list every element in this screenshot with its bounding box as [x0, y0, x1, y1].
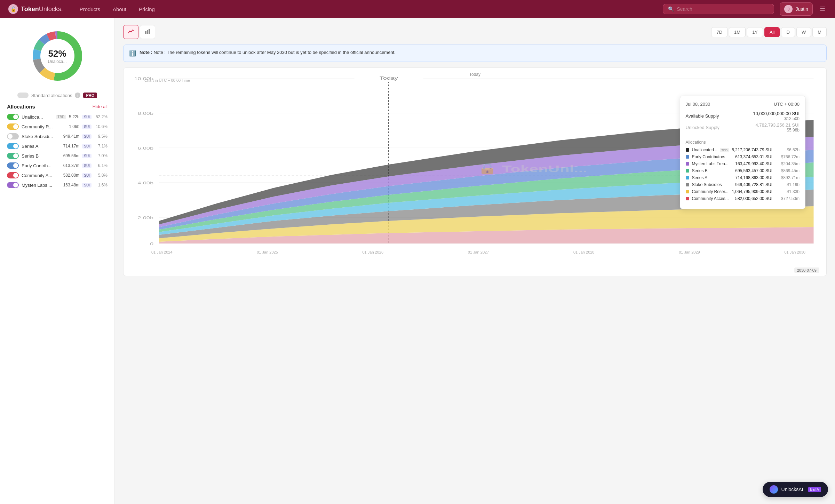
- alloc-pct-2: 9.5%: [94, 134, 108, 139]
- user-button[interactable]: J Justin: [780, 2, 813, 16]
- alloc-item-2: Stake Subsidi... 949.41m SUI 9.5%: [7, 133, 108, 139]
- tooltip-alloc-usd-0: $6.52b: [775, 147, 800, 152]
- alloc-toggle-2[interactable]: [7, 133, 19, 139]
- tooltip-alloc-color-1: [686, 155, 689, 159]
- alloc-amount-7: 163.48m: [63, 183, 80, 187]
- tooltip-alloc-name-4: Series A: [692, 175, 733, 180]
- nav-about[interactable]: About: [107, 4, 132, 14]
- x-label-1: 01 Jan 2025: [257, 250, 278, 254]
- tooltip-alloc-usd-7: $727.50m: [775, 196, 800, 201]
- tooltip-alloc-usd-6: $1.33b: [775, 189, 800, 194]
- alloc-name-2: Stake Subsidi...: [22, 134, 61, 139]
- tooltip-alloc-usd-4: $892.71m: [775, 175, 800, 180]
- alloc-pct-0: 52.2%: [94, 114, 108, 119]
- allocations-title: Allocations: [7, 104, 35, 110]
- tooltip-alloc-name-2: Mysten Labs Trea...: [692, 161, 733, 166]
- unlocked-supply-usd: $5.98b: [756, 128, 800, 133]
- main-content: 7D1M1YAllDWM ℹ️ Note : Note : The remain…: [115, 18, 835, 504]
- svg-text:8.00b: 8.00b: [138, 111, 153, 115]
- menu-icon[interactable]: ☰: [818, 4, 827, 14]
- search-bar[interactable]: 🔍: [663, 4, 774, 14]
- unlocks-ai-button[interactable]: UnlocksAI BETA: [763, 482, 828, 497]
- line-chart-button[interactable]: [123, 25, 138, 39]
- time-btn-d[interactable]: D: [781, 27, 795, 37]
- alloc-item-6: Community A... 582.00m SUI 5.8%: [7, 172, 108, 178]
- time-btn-m[interactable]: M: [812, 27, 827, 37]
- sui-badge-0: SUI: [82, 115, 92, 119]
- alloc-amount-3: 714.17m: [63, 144, 80, 149]
- time-btn-w[interactable]: W: [796, 27, 811, 37]
- chart-controls: 7D1M1YAllDWM: [123, 25, 827, 39]
- x-axis: 01 Jan 202401 Jan 202501 Jan 202601 Jan …: [130, 250, 819, 254]
- alloc-item-3: Series A 714.17m SUI 7.1%: [7, 143, 108, 149]
- time-btn-1m[interactable]: 1M: [729, 27, 746, 37]
- tooltip-alloc-usd-5: $1.19b: [775, 182, 800, 187]
- time-btn-all[interactable]: All: [764, 27, 780, 37]
- alloc-toggle-7[interactable]: [7, 182, 19, 188]
- svg-text:0: 0: [150, 242, 153, 246]
- svg-rect-9: [147, 30, 148, 34]
- alloc-pct-4: 7.0%: [94, 153, 108, 158]
- tooltip-alloc-color-3: [686, 169, 689, 173]
- alloc-amount-2: 949.41m: [63, 134, 80, 139]
- alloc-toggle-4[interactable]: [7, 153, 19, 159]
- alloc-toggle-5[interactable]: [7, 162, 19, 169]
- note-box: ℹ️ Note : Note : The remaining tokens wi…: [123, 45, 827, 62]
- unlocked-supply-val: 4,782,793,256.21 SUI: [756, 122, 800, 128]
- alloc-pct-7: 1.6%: [94, 183, 108, 187]
- tooltip-alloc-color-7: [686, 197, 689, 200]
- alloc-pct-6: 5.8%: [94, 173, 108, 178]
- avail-supply-val: 10,000,000,000.00 SUI: [753, 111, 800, 116]
- chart-tooltip: Jul 08, 2030 UTC + 00:00 Available Suppl…: [680, 96, 805, 209]
- unlocks-ai-label: UnlocksAI: [781, 487, 803, 492]
- alloc-toggle-1[interactable]: [7, 123, 19, 130]
- tooltip-alloc-row-0: Unallocated ...TBD 5,217,206,743.79 SUI …: [686, 147, 800, 152]
- alloc-toggle-0[interactable]: [7, 114, 19, 120]
- alloc-name-1: Community R...: [22, 124, 66, 129]
- avatar: J: [784, 5, 793, 13]
- tooltip-alloc-name-7: Community Acces...: [692, 196, 733, 201]
- tooltip-alloc-name-5: Stake Subsidies: [692, 182, 733, 187]
- search-input[interactable]: [677, 6, 769, 12]
- alloc-amount-5: 613.37m: [63, 163, 80, 168]
- alloc-name-4: Series B: [22, 153, 61, 159]
- standard-alloc-toggle[interactable]: [17, 93, 29, 98]
- alloc-toggle-6[interactable]: [7, 172, 19, 178]
- donut-center: 52% Unaloca...: [48, 48, 66, 64]
- tooltip-alloc-val-5: 949,409,728.81 SUI: [735, 182, 772, 187]
- logo-icon: 🔓: [8, 4, 18, 14]
- nav-products[interactable]: Products: [74, 4, 106, 14]
- tooltip-utc: UTC + 00:00: [774, 102, 800, 107]
- hide-all-button[interactable]: Hide all: [93, 104, 108, 109]
- sui-badge-3: SUI: [82, 144, 92, 149]
- donut-container: 52% Unaloca...: [7, 26, 108, 86]
- svg-text:2.00b: 2.00b: [138, 216, 153, 220]
- time-btn-1y[interactable]: 1Y: [747, 27, 763, 37]
- unlocks-ai-icon: [770, 485, 778, 494]
- tooltip-alloc-usd-3: $869.45m: [775, 168, 800, 173]
- sui-badge-7: SUI: [82, 183, 92, 187]
- header-right: 🔍 J Justin ☰: [663, 2, 827, 16]
- bar-chart-button[interactable]: [140, 25, 155, 39]
- time-btn-7d[interactable]: 7D: [711, 27, 727, 37]
- svg-text:Today: Today: [380, 76, 398, 80]
- standard-alloc-label: Standard allocations: [31, 93, 72, 98]
- tbd-badge-0: TBD: [56, 115, 66, 119]
- tooltip-alloc-val-4: 714,168,863.00 SUI: [735, 175, 772, 180]
- alloc-pct-1: 10.6%: [94, 124, 108, 129]
- nav-pricing[interactable]: Pricing: [133, 4, 160, 14]
- info-icon[interactable]: i: [75, 93, 80, 98]
- tooltip-alloc-row-7: Community Acces... 582,000,652.00 SUI $7…: [686, 196, 800, 201]
- alloc-toggle-3[interactable]: [7, 143, 19, 149]
- x-label-3: 01 Jan 2027: [468, 250, 489, 254]
- alloc-name-5: Early Contrib...: [22, 163, 61, 168]
- tooltip-alloc-val-3: 695,563,457.00 SUI: [735, 168, 772, 173]
- alloc-amount-4: 695.56m: [63, 153, 80, 158]
- unlocked-supply-label: Unlocked Supply: [686, 125, 720, 130]
- tooltip-alloc-row-5: Stake Subsidies 949,409,728.81 SUI $1.19…: [686, 182, 800, 187]
- note-text: Note : Note : The remaining tokens will …: [140, 50, 396, 55]
- tooltip-header: Jul 08, 2030 UTC + 00:00: [686, 102, 800, 107]
- tooltip-alloc-row-6: Community Reser... 1,064,795,909.00 SUI …: [686, 189, 800, 194]
- logo[interactable]: 🔓 TokenUnlocks.: [8, 4, 63, 14]
- svg-text:6.00b: 6.00b: [138, 146, 153, 150]
